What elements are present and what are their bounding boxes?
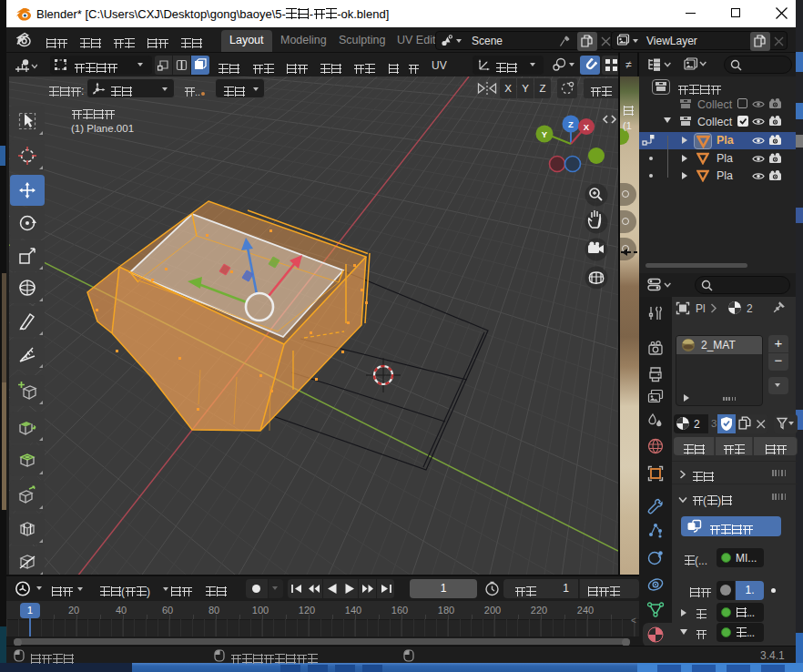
svg-text:Y: Y xyxy=(542,129,548,139)
svg-text:X: X xyxy=(584,122,590,132)
svg-text:Z: Z xyxy=(568,119,574,129)
